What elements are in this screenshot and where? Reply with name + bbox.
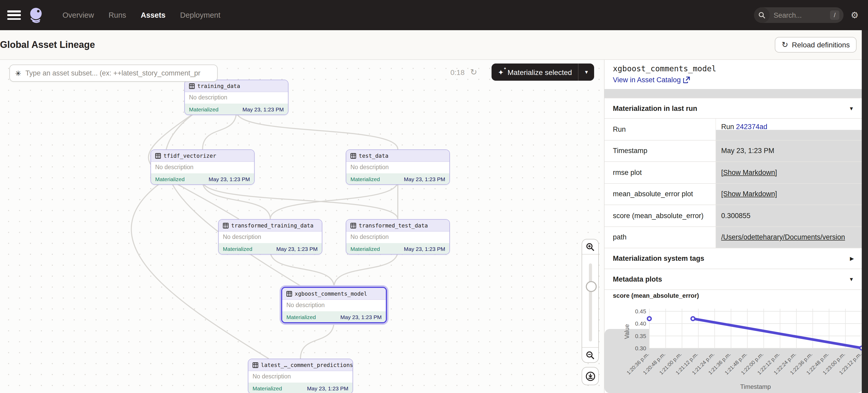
status-date: May 23, 1:23 PM (276, 245, 318, 252)
asset-node-latest_comment_predictions[interactable]: latest_…_comment_predictionsNo descripti… (248, 359, 353, 393)
status-badge: Materialized (189, 106, 218, 112)
status-badge: Materialized (350, 176, 380, 182)
section-materialization-last-run[interactable]: Materialization in last run ▼ (604, 98, 862, 119)
metadata-link[interactable]: [Show Markdown] (721, 169, 777, 176)
table-icon (155, 153, 161, 159)
asset-node-status: MaterializedMay 23, 1:23 PM (248, 383, 352, 393)
asset-node-tfidf_vectorizer[interactable]: tfidf_vectorizerNo descriptionMaterializ… (151, 150, 255, 185)
asset-node-name: xgboost_comments_model (295, 290, 367, 297)
zoom-slider-track[interactable] (589, 263, 592, 341)
table-icon (223, 223, 228, 228)
nav-overview[interactable]: Overview (62, 11, 94, 19)
svg-text:0.35: 0.35 (635, 333, 646, 339)
asset-node-name: transformed_training_data (231, 222, 313, 229)
view-in-asset-catalog-link[interactable]: View in Asset Catalog (613, 76, 690, 84)
asset-node-status: MaterializedMay 23, 1:23 PM (151, 173, 254, 184)
metadata-row-Run: RunRun 242374ad (604, 119, 862, 140)
reload-definitions-button[interactable]: ↻ Reload definitions (775, 37, 857, 53)
asset-node-header: xgboost_comments_model (282, 288, 386, 300)
status-date: May 23, 1:23 PM (242, 106, 284, 112)
metadata-label: path (604, 227, 716, 248)
run-value: Run 242374ad (721, 123, 767, 131)
status-date: May 23, 1:23 PM (340, 314, 382, 320)
section-metadata-plots[interactable]: Metadata plots ▼ (604, 269, 862, 290)
asset-node-name: tfidf_vectorizer (163, 153, 216, 159)
asset-node-description: No description (346, 232, 450, 243)
nav-deployment[interactable]: Deployment (180, 11, 220, 19)
status-date: May 23, 1:23 PM (307, 385, 348, 391)
zoom-slider-handle[interactable] (586, 281, 597, 292)
primary-nav: Overview Runs Assets Deployment (62, 11, 220, 19)
asset-node-transformed_test_data[interactable]: transformed_test_dataNo descriptionMater… (346, 219, 450, 255)
plot-title: score (mean_absolute_error) (613, 292, 699, 299)
search-input[interactable]: Search... / (754, 7, 843, 23)
op-selector-icon: ✳ (15, 69, 21, 77)
asset-node-transformed_training_data[interactable]: transformed_training_dataNo descriptionM… (218, 219, 322, 255)
sparkle-icon: ✦✦ (498, 68, 504, 76)
svg-text:0.30: 0.30 (635, 345, 646, 352)
nav-assets[interactable]: Assets (141, 11, 165, 19)
score-line-chart: 0.450.400.350.30Value1:20:36 p.m.1:20:48… (604, 299, 862, 393)
chevron-down-icon[interactable]: ▼ (849, 105, 854, 111)
run-id-link[interactable]: 242374ad (736, 123, 767, 131)
asset-node-xgboost_comments_model[interactable]: xgboost_comments_modelNo descriptionMate… (281, 287, 387, 323)
hamburger-menu-icon[interactable] (7, 10, 21, 20)
page-title: Global Asset Lineage (0, 39, 95, 50)
metadata-row-Timestamp: TimestampMay 23, 1:23 PM (604, 140, 862, 162)
asset-subset-input[interactable] (24, 69, 217, 77)
search-shortcut-badge: / (830, 10, 839, 20)
metadata-row-path: path/Users/odetteharary/Documents/versio… (604, 227, 862, 248)
svg-text:Value: Value (623, 324, 630, 339)
asset-details-panel: xgboost_comments_model View in Asset Cat… (604, 60, 862, 393)
refresh-icon[interactable]: ↻ (470, 67, 477, 77)
asset-node-training_data[interactable]: training_dataNo descriptionMaterializedM… (184, 79, 288, 115)
asset-node-status: MaterializedMay 23, 1:23 PM (219, 243, 322, 254)
status-badge: Materialized (223, 245, 252, 252)
metadata-row-rmse-plot: rmse plot[Show Markdown] (604, 162, 862, 184)
table-icon (286, 291, 292, 296)
asset-node-description: No description (346, 162, 450, 173)
window-scrollbar-top[interactable] (862, 30, 868, 60)
status-badge: Materialized (286, 314, 316, 320)
zoom-controls (582, 239, 599, 363)
materialize-dropdown-caret[interactable]: ▾ (579, 69, 594, 75)
download-graph-button[interactable] (582, 367, 599, 385)
metadata-link[interactable]: [Show Markdown] (721, 190, 777, 198)
metadata-label: rmse plot (604, 162, 716, 183)
search-icon (754, 7, 770, 23)
lineage-canvas[interactable]: training_dataNo descriptionMaterializedM… (0, 60, 604, 393)
asset-node-header: tfidf_vectorizer (151, 150, 254, 162)
nav-runs[interactable]: Runs (108, 11, 126, 19)
asset-node-status: MaterializedMay 23, 1:23 PM (282, 311, 386, 322)
table-icon (350, 153, 356, 159)
metadata-value: 0.300855 (721, 212, 751, 220)
asset-node-header: training_data (185, 80, 288, 92)
status-badge: Materialized (252, 385, 282, 391)
status-badge: Materialized (350, 245, 380, 252)
dagster-logo[interactable] (27, 6, 45, 24)
asset-node-header: latest_…_comment_predictions (248, 359, 352, 371)
gear-icon[interactable]: ⚙ (851, 10, 859, 21)
asset-node-test_data[interactable]: test_dataNo descriptionMaterializedMay 2… (346, 150, 450, 185)
svg-text:0.45: 0.45 (635, 308, 646, 315)
last-run-metadata-table: RunRun 242374adTimestampMay 23, 1:23 PMr… (604, 119, 862, 248)
metadata-link[interactable]: /Users/odetteharary/Documents/version (721, 233, 845, 241)
asset-node-name: test_data (359, 153, 389, 159)
chevron-down-icon[interactable]: ▼ (849, 276, 854, 282)
zoom-out-button[interactable] (582, 347, 598, 362)
asset-node-description: No description (185, 92, 288, 104)
main-area: training_dataNo descriptionMaterializedM… (0, 60, 868, 393)
asset-node-header: transformed_test_data (346, 220, 450, 232)
asset-subset-filter[interactable]: ✳ (9, 65, 218, 82)
window-scrollbar[interactable] (862, 60, 868, 393)
loading-band (604, 89, 862, 98)
materialize-label: Materialize selected (507, 68, 572, 76)
materialize-selected-button[interactable]: ✦✦ Materialize selected ▾ (492, 64, 594, 81)
asset-node-header: transformed_training_data (219, 220, 322, 232)
chevron-right-icon[interactable]: ▶ (850, 256, 854, 261)
reload-label: Reload definitions (792, 41, 850, 49)
section-system-tags[interactable]: Materialization system tags ▶ (604, 248, 862, 269)
reload-icon: ↻ (781, 40, 788, 50)
zoom-in-button[interactable] (582, 239, 598, 255)
metadata-label: Timestamp (604, 140, 716, 161)
